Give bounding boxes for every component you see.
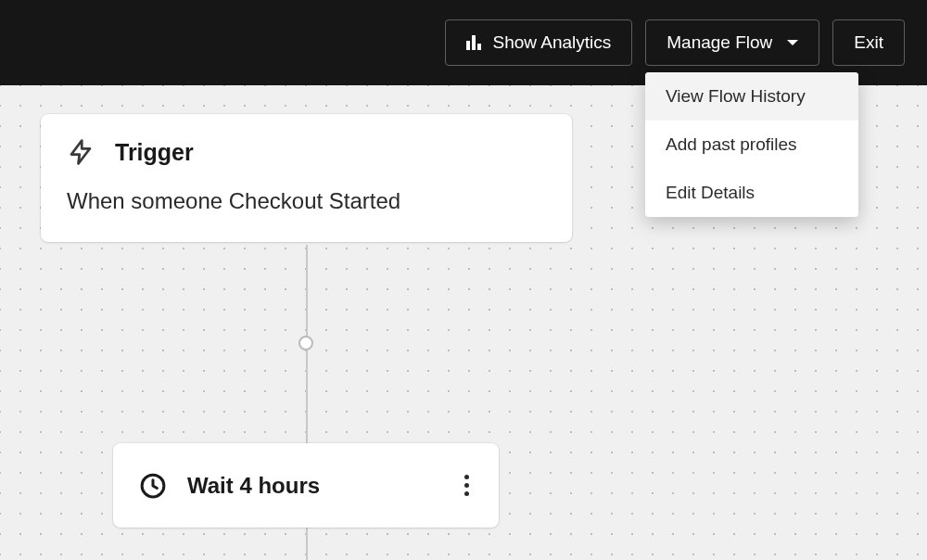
wait-card-left: Wait 4 hours [139, 472, 320, 500]
show-analytics-label: Show Analytics [492, 32, 611, 53]
lightning-icon [67, 138, 95, 166]
wait-card[interactable]: Wait 4 hours [113, 443, 499, 528]
connector-node[interactable] [298, 336, 313, 350]
more-options-icon[interactable] [457, 469, 476, 502]
trigger-card[interactable]: Trigger When someone Checkout Started [41, 114, 572, 242]
manage-flow-dropdown: View Flow History Add past profiles Edit… [645, 72, 858, 217]
trigger-title: Trigger [115, 139, 194, 166]
manage-flow-label: Manage Flow [667, 32, 772, 53]
dropdown-item-label: Edit Details [666, 183, 755, 202]
wait-title: Wait 4 hours [187, 473, 320, 499]
dropdown-item-edit-details[interactable]: Edit Details [645, 169, 858, 217]
trigger-header: Trigger [67, 138, 546, 166]
clock-icon [139, 472, 167, 500]
show-analytics-button[interactable]: Show Analytics [445, 19, 632, 66]
dropdown-item-add-past-profiles[interactable]: Add past profiles [645, 121, 858, 169]
dropdown-item-view-flow-history[interactable]: View Flow History [645, 72, 858, 121]
exit-label: Exit [854, 32, 883, 53]
analytics-icon [466, 35, 481, 50]
dropdown-item-label: Add past profiles [666, 134, 797, 154]
exit-button[interactable]: Exit [832, 19, 905, 66]
caret-down-icon [787, 40, 798, 45]
trigger-description: When someone Checkout Started [67, 188, 546, 214]
dropdown-item-label: View Flow History [666, 86, 806, 106]
manage-flow-button[interactable]: Manage Flow [645, 19, 819, 66]
